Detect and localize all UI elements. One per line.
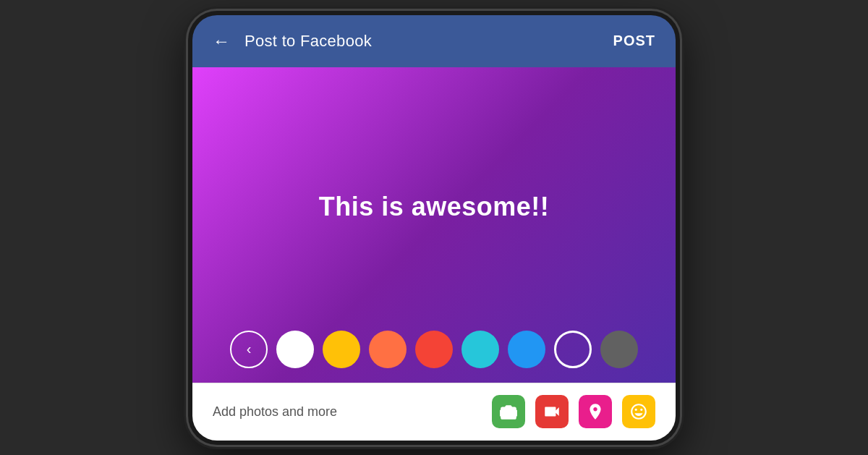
color-option-teal[interactable] xyxy=(461,331,499,368)
color-option-orange[interactable] xyxy=(369,331,407,368)
camera-button[interactable] xyxy=(492,395,525,428)
color-option-red[interactable] xyxy=(415,331,453,368)
phone-frame: ← Post to Facebook POST This is awesome!… xyxy=(188,11,680,445)
location-icon xyxy=(586,402,605,421)
top-bar: ← Post to Facebook POST xyxy=(192,15,676,67)
page-title: Post to Facebook xyxy=(244,32,372,51)
content-area: This is awesome!! ‹ xyxy=(192,67,676,383)
video-icon xyxy=(542,402,561,421)
bottom-icons xyxy=(492,395,655,428)
color-option-ring[interactable] xyxy=(554,331,592,368)
location-button[interactable] xyxy=(579,395,612,428)
color-option-white[interactable] xyxy=(276,331,314,368)
screen: ← Post to Facebook POST This is awesome!… xyxy=(192,15,676,441)
emoji-icon xyxy=(629,402,648,421)
color-picker-row: ‹ xyxy=(192,331,676,368)
add-photos-label: Add photos and more xyxy=(213,404,337,420)
video-button[interactable] xyxy=(535,395,569,428)
top-bar-left: ← Post to Facebook xyxy=(213,31,372,51)
emoji-button[interactable] xyxy=(622,395,655,428)
color-option-yellow[interactable] xyxy=(323,331,360,368)
bottom-bar: Add photos and more xyxy=(192,383,676,441)
back-button[interactable]: ← xyxy=(213,31,230,51)
color-option-gray[interactable] xyxy=(600,331,638,368)
color-option-blue[interactable] xyxy=(508,331,545,368)
camera-icon xyxy=(499,402,518,421)
post-text[interactable]: This is awesome!! xyxy=(319,192,550,222)
color-back-button[interactable]: ‹ xyxy=(230,331,268,368)
post-button[interactable]: POST xyxy=(613,33,655,49)
phone-wrapper: ← Post to Facebook POST This is awesome!… xyxy=(174,4,694,452)
